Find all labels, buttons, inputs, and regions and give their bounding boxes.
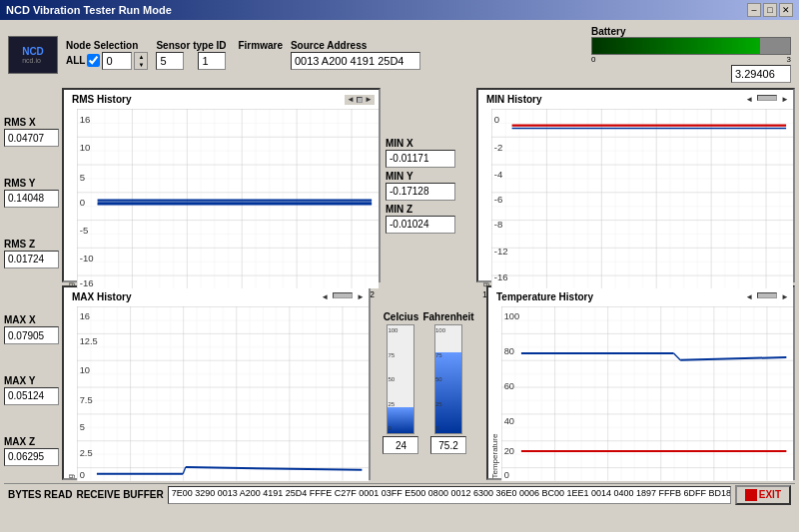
node-selection-row: ALL ▲ ▼ xyxy=(66,52,148,70)
rms-scroll-right[interactable]: ► xyxy=(365,95,373,104)
svg-text:5: 5 xyxy=(80,421,85,431)
svg-text:40: 40 xyxy=(504,416,514,426)
rms-x-label: RMS X xyxy=(4,117,59,128)
min-scroll-track xyxy=(757,95,777,101)
svg-text:60: 60 xyxy=(504,381,514,391)
f-0: 0 xyxy=(435,425,445,431)
firmware-input[interactable] xyxy=(198,52,226,70)
celcius-thermo: 100 75 50 25 0 xyxy=(387,324,414,434)
battery-fill xyxy=(592,38,760,54)
min-scroll-right[interactable]: ► xyxy=(781,95,789,104)
max-z-value[interactable] xyxy=(4,448,59,466)
svg-rect-12 xyxy=(491,109,793,288)
all-checkbox[interactable] xyxy=(87,54,100,67)
temp-scroll-right[interactable]: ► xyxy=(781,292,789,301)
battery-value-input[interactable] xyxy=(731,65,791,83)
min-scrollbar[interactable]: ◄ ► xyxy=(745,95,789,104)
min-z-value[interactable] xyxy=(386,216,455,234)
rms-z-value[interactable] xyxy=(4,251,59,268)
min-scroll-left[interactable]: ◄ xyxy=(745,95,753,104)
svg-text:5: 5 xyxy=(80,172,85,183)
fahrenheit-thermo: 100 75 50 25 0 xyxy=(434,324,462,434)
svg-text:12.5: 12.5 xyxy=(80,336,98,346)
c-100: 100 xyxy=(388,327,398,333)
rms-scrollbar[interactable]: ◄ ► xyxy=(345,95,375,105)
max-chart-panel: MAX History ◄ ► g 16 12.5 10 xyxy=(62,285,371,480)
max-scroll-track xyxy=(333,292,353,298)
min-z-box: MIN Z xyxy=(386,204,471,234)
temp-chart-inner: Temperature 100 80 60 40 20 0 xyxy=(488,306,793,481)
svg-text:0: 0 xyxy=(494,114,499,125)
window-title: NCD Vibration Tester Run Mode xyxy=(6,4,172,16)
source-address-label: Source Address xyxy=(291,40,420,51)
svg-text:16: 16 xyxy=(80,114,91,125)
celcius-value[interactable] xyxy=(383,436,418,454)
rms-chart-svg: 16 10 5 0 -5 -10 -16 xyxy=(77,109,379,288)
exit-button[interactable]: EXIT xyxy=(735,485,791,505)
svg-text:-2: -2 xyxy=(494,142,503,153)
node-spin-down[interactable]: ▼ xyxy=(135,61,147,69)
source-address-input[interactable] xyxy=(291,52,420,70)
c-25: 25 xyxy=(388,401,398,407)
minimize-button[interactable]: – xyxy=(747,3,761,17)
svg-rect-33 xyxy=(501,306,793,481)
min-x-box: MIN X xyxy=(386,138,471,168)
sensor-type-input[interactable] xyxy=(156,52,184,70)
svg-text:7.5: 7.5 xyxy=(80,395,93,405)
max-chart-svg: 16 12.5 10 7.5 5 2.5 0 xyxy=(77,306,369,481)
temp-scroll-track xyxy=(757,292,777,298)
rms-y-axis-label: g xyxy=(64,109,77,288)
temp-scrollbar[interactable]: ◄ ► xyxy=(745,292,789,301)
min-chart-svg: 0 -2 -4 -6 -8 -12 -16 xyxy=(491,109,793,288)
max-y-label: MAX Y xyxy=(4,375,59,386)
all-label: ALL xyxy=(66,55,85,66)
main-content: NCD ncd.io Node Selection ALL ▲ ▼ xyxy=(0,20,799,532)
min-y-axis-label: g xyxy=(478,109,491,288)
rms-scroll-left[interactable]: ◄ xyxy=(347,95,355,104)
thermometer-section: Celcius 100 75 50 25 0 xyxy=(374,285,483,480)
celcius-scale: 100 75 50 25 0 xyxy=(388,325,398,433)
svg-text:100: 100 xyxy=(504,311,519,321)
f-100: 100 xyxy=(435,327,445,333)
source-address-group: Source Address xyxy=(291,40,420,70)
node-spin-up[interactable]: ▲ xyxy=(135,53,147,61)
rms-y-value[interactable] xyxy=(4,190,59,208)
node-selection-group: Node Selection ALL ▲ ▼ xyxy=(66,40,148,70)
max-scrollbar[interactable]: ◄ ► xyxy=(321,292,365,301)
max-scroll-left[interactable]: ◄ xyxy=(321,292,329,301)
max-x-box: MAX X xyxy=(4,314,59,344)
svg-text:-12: -12 xyxy=(494,246,508,257)
node-value-input[interactable] xyxy=(102,52,132,70)
rms-chart-panel: RMS History ◄ ► g xyxy=(62,88,381,282)
svg-text:-10: -10 xyxy=(80,253,94,264)
min-z-label: MIN Z xyxy=(386,204,471,215)
close-button[interactable]: ✕ xyxy=(779,3,793,17)
battery-max: 3 xyxy=(787,55,791,64)
maximize-button[interactable]: □ xyxy=(763,3,777,17)
min-chart-panel: MIN History ◄ ► g 0 -2 -4 xyxy=(476,88,795,282)
c-50: 50 xyxy=(388,376,398,382)
min-chart-title: MIN History xyxy=(482,92,546,107)
temp-scroll-left[interactable]: ◄ xyxy=(745,292,753,301)
svg-text:10: 10 xyxy=(80,365,90,375)
min-y-value[interactable] xyxy=(386,183,455,201)
max-x-value[interactable] xyxy=(4,326,59,344)
rms-x-value[interactable] xyxy=(4,129,59,147)
fahrenheit-value[interactable] xyxy=(430,436,466,454)
min-y-label: MIN Y xyxy=(386,171,471,182)
node-spinner[interactable]: ▲ ▼ xyxy=(134,52,148,70)
min-y-box: MIN Y xyxy=(386,171,471,201)
rms-chart-inner: g xyxy=(64,109,379,288)
max-y-value[interactable] xyxy=(4,387,59,405)
logo-sub: ncd.io xyxy=(22,57,44,64)
svg-text:80: 80 xyxy=(504,346,514,356)
temp-chart-svg: 100 80 60 40 20 0 xyxy=(501,306,793,481)
celcius-col: Celcius 100 75 50 25 0 xyxy=(383,311,418,454)
max-labels: MAX X MAX Y MAX Z xyxy=(4,285,59,480)
min-x-value[interactable] xyxy=(386,150,455,168)
svg-text:-16: -16 xyxy=(80,277,94,288)
min-values-box: MIN X MIN Y MIN Z xyxy=(384,136,473,236)
max-scroll-right[interactable]: ► xyxy=(357,292,365,301)
max-chart-title: MAX History xyxy=(68,289,135,304)
max-y-box: MAX Y xyxy=(4,375,59,405)
